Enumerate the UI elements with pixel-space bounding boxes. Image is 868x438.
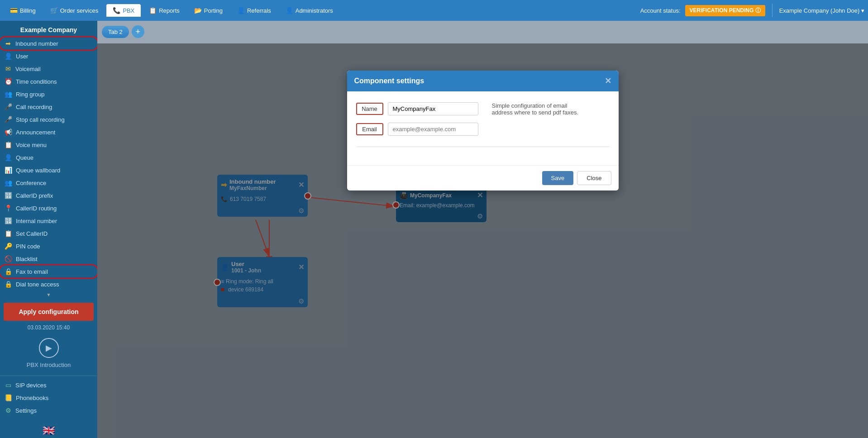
top-nav: 💳 Billing 🛒 Order services 📞 PBX 📋 Repor…	[0, 0, 868, 21]
canvas-area: ➡ Inbound number MyFaxNumber ✕ 📞 613 701…	[97, 43, 868, 438]
dial-tone-icon: 🔒	[5, 281, 12, 288]
save-button[interactable]: Save	[542, 171, 574, 185]
sidebar-item-inbound-number[interactable]: ➡ Inbound number	[0, 37, 97, 50]
ring-group-icon: 👥	[5, 90, 12, 98]
nav-reports[interactable]: 📋 Reports	[143, 4, 186, 17]
wallboard-icon: 📊	[5, 167, 12, 174]
set-callerid-icon: 📋	[5, 230, 12, 237]
main-layout: Example Company ➡ Inbound number 👤 User …	[0, 21, 868, 438]
callerid-routing-icon: 📍	[5, 205, 12, 212]
sidebar-item-callerid-routing[interactable]: 📍 CallerID routing	[0, 202, 97, 214]
modal-overlay: Component settings ✕ Name Email	[97, 43, 868, 438]
nav-right: Account status: VERIFICATION PENDING ⓘ E…	[640, 4, 864, 17]
modal-close-button[interactable]: ✕	[605, 76, 611, 86]
billing-icon: 💳	[10, 7, 18, 14]
sidebar-item-queue[interactable]: 👤 Queue	[0, 151, 97, 164]
tab-2[interactable]: Tab 2	[102, 26, 129, 38]
component-settings-modal: Component settings ✕ Name Email	[347, 71, 619, 190]
referrals-icon: 👤	[237, 7, 245, 14]
sidebar-item-ring-group[interactable]: 👥 Ring group	[0, 88, 97, 100]
modal-form: Name Email	[356, 102, 478, 143]
sidebar-item-announcement[interactable]: 📢 Announcement	[0, 126, 97, 138]
order-icon: 🛒	[50, 7, 58, 14]
admin-icon: 👤	[286, 7, 293, 14]
email-row: Email	[356, 123, 478, 136]
sidebar-item-blacklist[interactable]: 🚫 Blacklist	[0, 252, 97, 265]
verification-badge[interactable]: VERIFICATION PENDING ⓘ	[685, 5, 765, 16]
sip-icon: ▭	[5, 381, 12, 389]
email-input[interactable]	[388, 123, 478, 136]
nav-referrals[interactable]: 👤 Referrals	[231, 4, 277, 17]
scroll-indicator: ▼	[0, 290, 97, 299]
modal-footer: Save Close	[347, 165, 619, 190]
conference-icon: 👥	[5, 179, 12, 186]
pin-code-icon: 🔑	[5, 243, 12, 250]
account-name[interactable]: Example Company (John Doe) ▾	[779, 7, 864, 14]
modal-divider	[356, 147, 610, 147]
sidebar-bottom: ▭ SIP devices 📒 Phonebooks ⚙ Settings	[0, 379, 97, 421]
name-input[interactable]	[388, 102, 478, 115]
inbound-number-icon: ➡	[5, 40, 12, 47]
user-icon: 👤	[5, 52, 12, 60]
nav-porting[interactable]: 📂 Porting	[188, 4, 229, 17]
settings-icon: ⚙	[5, 407, 12, 414]
time-icon: ⏰	[5, 78, 12, 85]
sidebar-company: Example Company	[0, 21, 97, 37]
nav-divider	[772, 4, 773, 17]
nav-order-services[interactable]: 🛒 Order services	[44, 4, 105, 17]
nav-administrators[interactable]: 👤 Administrators	[279, 4, 339, 17]
sidebar-item-internal-number[interactable]: 🔢 Internal number	[0, 214, 97, 227]
pbx-icon: 📞	[113, 7, 120, 14]
account-status-label: Account status:	[640, 7, 681, 14]
sidebar-item-user[interactable]: 👤 User	[0, 50, 97, 62]
internal-number-icon: 🔢	[5, 217, 12, 224]
sidebar-item-time-conditions[interactable]: ⏰ Time conditions	[0, 75, 97, 88]
nav-pbx[interactable]: 📞 PBX	[106, 4, 141, 17]
phonebooks-icon: 📒	[5, 394, 12, 401]
name-label: Name	[356, 103, 383, 115]
modal-header: Component settings ✕	[347, 71, 619, 91]
queue-icon: 👤	[5, 154, 12, 161]
announcement-icon: 📢	[5, 129, 12, 136]
sidebar-item-phonebooks[interactable]: 📒 Phonebooks	[0, 391, 97, 404]
pbx-intro-label: PBX Introduction	[0, 362, 97, 368]
sidebar-item-callerid-prefix[interactable]: 🔢 CallerID prefix	[0, 189, 97, 202]
fax-icon: 🔒	[5, 268, 12, 275]
sidebar-item-set-callerid[interactable]: 📋 Set CallerID	[0, 227, 97, 240]
flag-icon: 🇬🇧	[0, 421, 97, 438]
stop-recording-icon: 🎤	[5, 116, 12, 123]
email-label: Email	[356, 123, 383, 135]
name-row: Name	[356, 102, 478, 115]
add-tab-button[interactable]: +	[132, 25, 144, 38]
voice-menu-icon: 📋	[5, 141, 12, 148]
apply-config-time: 03.03.2020 15:40	[0, 324, 97, 331]
modal-title: Component settings	[354, 77, 424, 85]
sidebar-item-settings[interactable]: ⚙ Settings	[0, 404, 97, 417]
porting-icon: 📂	[194, 7, 202, 14]
modal-content: Name Email Simple configuration of email…	[356, 102, 610, 143]
sidebar-item-queue-wallboard[interactable]: 📊 Queue wallboard	[0, 164, 97, 176]
tab-bar: Tab 2 +	[97, 21, 868, 38]
sidebar-item-conference[interactable]: 👥 Conference	[0, 176, 97, 189]
call-recording-icon: 🎤	[5, 103, 12, 110]
close-button[interactable]: Close	[577, 171, 611, 185]
sidebar-item-call-recording[interactable]: 🎤 Call recording	[0, 100, 97, 113]
sidebar: Example Company ➡ Inbound number 👤 User …	[0, 21, 97, 438]
sidebar-item-voice-menu[interactable]: 📋 Voice menu	[0, 138, 97, 151]
blacklist-icon: 🚫	[5, 255, 12, 262]
sidebar-item-voicemail[interactable]: ✉ Voicemail	[0, 62, 97, 75]
sidebar-item-sip-devices[interactable]: ▭ SIP devices	[0, 379, 97, 391]
sidebar-item-dial-tone-access[interactable]: 🔒 Dial tone access	[0, 278, 97, 290]
modal-description: Simple configuration of email address wh…	[492, 102, 582, 116]
modal-body: Name Email Simple configuration of email…	[347, 91, 619, 165]
sidebar-divider	[0, 376, 97, 376]
content-area: Tab 2 +	[97, 21, 868, 438]
reports-icon: 📋	[149, 7, 157, 14]
nav-billing[interactable]: 💳 Billing	[4, 4, 42, 17]
apply-config-button[interactable]: Apply configuration	[4, 303, 94, 321]
callerid-prefix-icon: 🔢	[5, 192, 12, 199]
sidebar-item-fax-to-email[interactable]: 🔒 Fax to email	[0, 265, 97, 278]
play-button[interactable]: ▶	[39, 338, 59, 358]
sidebar-item-stop-call-recording[interactable]: 🎤 Stop call recording	[0, 113, 97, 126]
sidebar-item-pin-code[interactable]: 🔑 PIN code	[0, 240, 97, 252]
